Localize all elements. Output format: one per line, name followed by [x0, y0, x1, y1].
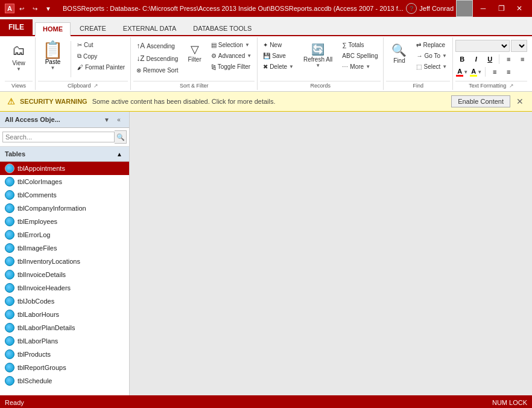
records-col1: ✦ New 💾 Save ✖ Delete ▼ — [260, 40, 297, 72]
nav-item[interactable]: tblLaborPlans — [0, 334, 129, 348]
nav-item[interactable]: tblInventoryLocations — [0, 255, 129, 268]
nav-item[interactable]: tblImageFiles — [0, 241, 129, 255]
font-size-select[interactable] — [511, 40, 527, 52]
bg-color-button[interactable]: A ▼ — [469, 66, 483, 78]
tab-database-tools[interactable]: DATABASE TOOLS — [185, 22, 259, 35]
help-button[interactable]: ? — [406, 3, 417, 14]
tables-header[interactable]: Tables ▲ — [0, 147, 129, 162]
nav-item[interactable]: tblAppointments — [0, 162, 129, 175]
go-to-button[interactable]: → Go To ▼ — [413, 51, 450, 61]
tables-collapse-button[interactable]: ▲ — [115, 149, 124, 159]
nav-item[interactable]: tblJobCodes — [0, 295, 129, 308]
redo-button[interactable]: ↪ — [29, 3, 41, 14]
cut-button[interactable]: ✂ Cut — [74, 40, 128, 50]
quick-access-dropdown[interactable]: ▼ — [42, 3, 54, 14]
delete-button[interactable]: ✖ Delete ▼ — [260, 62, 297, 72]
security-close-button[interactable]: ✕ — [515, 97, 525, 106]
nav-item-label: tblColorImages — [17, 178, 62, 185]
nav-item[interactable]: tblComments — [0, 188, 129, 202]
nav-item[interactable]: tblErrorLog — [0, 228, 129, 241]
font-family-select[interactable] — [455, 40, 510, 52]
refresh-all-button[interactable]: 🔄 Refresh All ▼ — [298, 40, 338, 71]
nav-item[interactable]: tblLaborHours — [0, 308, 129, 321]
undo-button[interactable]: ↩ — [16, 3, 28, 14]
new-label: New — [270, 42, 282, 48]
align-center-button[interactable]: ≡ — [516, 53, 529, 65]
ascending-icon: ↑A — [136, 42, 145, 50]
nav-item-label: tblProducts — [17, 351, 51, 358]
table-icon — [5, 203, 14, 213]
view-button[interactable]: 🗂 View ▼ — [5, 40, 32, 75]
nav-menu-button[interactable]: ▼ — [101, 114, 112, 125]
ascending-button[interactable]: ↑A Ascending — [133, 40, 181, 52]
refresh-label: Refresh All — [303, 56, 332, 63]
descending-button[interactable]: ↓Z Descending — [133, 53, 181, 65]
navigation-pane: All Access Obje... ▼ « 🔍 Tables ▲ tblApp… — [0, 112, 130, 395]
paste-button[interactable]: 📋 Paste ▼ — [38, 40, 68, 72]
format-painter-button[interactable]: 🖌 Format Painter — [74, 62, 128, 72]
filter-icon: ▽ — [191, 43, 199, 56]
nav-item[interactable]: tblEmployees — [0, 215, 129, 228]
records-group-label: Records — [260, 81, 381, 90]
totals-label: Totals — [348, 42, 364, 48]
search-input[interactable] — [2, 132, 115, 142]
tab-create[interactable]: CREATE — [72, 22, 114, 35]
file-tab[interactable]: FILE — [0, 19, 33, 35]
more-button[interactable]: ⋯ More ▼ — [339, 62, 381, 72]
user-avatar — [456, 0, 473, 17]
copy-button[interactable]: ⧉ Copy — [74, 51, 128, 62]
enable-content-button[interactable]: Enable Content — [451, 95, 510, 107]
nav-title: All Access Obje... — [5, 116, 60, 123]
line-spacing-button[interactable]: ≡ — [488, 66, 501, 78]
nav-item-label: tblInventoryLocations — [17, 258, 80, 265]
paste-label: Paste — [45, 59, 61, 65]
selection-button[interactable]: ▤ Selection ▼ — [208, 40, 255, 50]
nav-item[interactable]: tblCompanyInformation — [0, 202, 129, 215]
tab-home[interactable]: HOME — [35, 22, 71, 36]
bullets-button[interactable]: ≡ — [502, 66, 515, 78]
totals-icon: ∑ — [342, 42, 346, 48]
clipboard-sep — [71, 41, 71, 77]
records-content: ✦ New 💾 Save ✖ Delete ▼ 🔄 Refresh All ▼ — [260, 39, 381, 80]
nav-item[interactable]: tblReportGroups — [0, 361, 129, 374]
restore-button[interactable]: ❐ — [493, 3, 509, 14]
save-button[interactable]: 💾 Save — [260, 51, 297, 61]
nav-item-label: tblLaborPlanDetails — [17, 324, 75, 331]
tab-external-data[interactable]: EXTERNAL DATA — [115, 22, 184, 35]
close-button[interactable]: ✕ — [511, 3, 527, 14]
select-button[interactable]: ⬚ Select ▼ — [413, 62, 450, 72]
nav-item[interactable]: tblInvoiceDetails — [0, 268, 129, 281]
paste-icon: 📋 — [42, 42, 63, 59]
text-fmt-group-label: Text Formatting ↗ — [455, 81, 527, 90]
app-icon: A — [5, 4, 14, 13]
align-right-button[interactable]: ≡ — [530, 53, 532, 65]
remove-sort-button[interactable]: ⊗ Remove Sort — [133, 65, 181, 75]
toggle-filter-button[interactable]: ⧎ Toggle Filter — [208, 62, 255, 72]
clipboard-expand-icon[interactable]: ↗ — [93, 83, 98, 89]
spelling-button[interactable]: ABC Spelling — [339, 51, 381, 61]
nav-item[interactable]: tblInvoiceHeaders — [0, 281, 129, 295]
minimize-button[interactable]: ─ — [475, 3, 491, 14]
table-icon — [5, 270, 14, 279]
table-icon — [5, 230, 14, 240]
totals-button[interactable]: ∑ Totals — [339, 40, 381, 50]
nav-item[interactable]: tblLaborPlanDetails — [0, 321, 129, 334]
nav-item-label: tblImageFiles — [17, 244, 57, 252]
font-color-button[interactable]: A ▼ — [455, 66, 469, 78]
new-button[interactable]: ✦ New — [260, 40, 297, 50]
security-bar: ⚠ SECURITY WARNING Some active content h… — [0, 92, 532, 112]
advanced-button[interactable]: ⚙ Advanced ▼ — [208, 51, 255, 61]
nav-item[interactable]: tblSchedule — [0, 374, 129, 387]
find-button[interactable]: 🔍 Find — [386, 40, 412, 67]
filter-button[interactable]: ▽ Filter — [183, 40, 207, 66]
bold-button[interactable]: B — [455, 53, 469, 65]
underline-button[interactable]: U — [483, 53, 496, 65]
align-left-button[interactable]: ≡ — [502, 53, 515, 65]
nav-collapse-button[interactable]: « — [113, 114, 124, 125]
italic-button[interactable]: I — [469, 53, 483, 65]
search-button[interactable]: 🔍 — [115, 130, 127, 144]
text-fmt-expand-icon[interactable]: ↗ — [509, 83, 514, 89]
replace-button[interactable]: ⇄ Replace — [413, 40, 450, 50]
nav-item[interactable]: tblProducts — [0, 348, 129, 361]
nav-item[interactable]: tblColorImages — [0, 175, 129, 188]
